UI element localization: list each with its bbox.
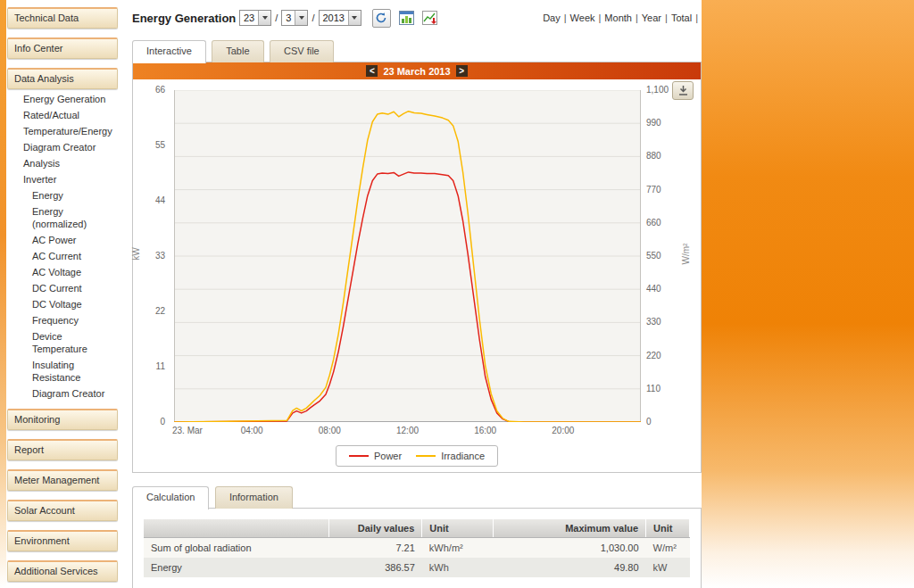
- right-background-gradient: [702, 0, 914, 588]
- download-icon: [677, 85, 689, 96]
- chevron-down-icon: [348, 11, 361, 25]
- calculation-panel: Daily values Unit Maximum value Unit Sum…: [132, 508, 702, 588]
- header-daily-values: Daily values: [329, 519, 422, 538]
- sidebar-item-meter-management[interactable]: Meter Management: [7, 469, 118, 491]
- period-link-week[interactable]: Week: [570, 12, 595, 23]
- period-link-year[interactable]: Year: [642, 12, 661, 23]
- date-separator: /: [312, 12, 314, 23]
- sidebar-link-inverter-dc-voltage[interactable]: DC Voltage: [7, 296, 118, 312]
- x-axis-tick-label: 04:00: [230, 426, 273, 435]
- table-row: Sum of global radiation 7.21 kWh/m² 1,03…: [144, 538, 690, 559]
- sidebar-item-monitoring[interactable]: Monitoring: [7, 409, 118, 430]
- tab-csv-file[interactable]: CSV file: [270, 40, 334, 62]
- year-select[interactable]: 2013: [319, 10, 361, 26]
- x-axis-tick-label: 12:00: [386, 426, 429, 435]
- download-chart-button[interactable]: [672, 81, 694, 100]
- day-select[interactable]: 23: [239, 10, 271, 26]
- sidebar-item-technical-data[interactable]: Technical Data: [7, 7, 118, 29]
- sidebar-item-environment[interactable]: Environment: [7, 530, 118, 551]
- period-link-total[interactable]: Total: [671, 12, 692, 23]
- sidebar-link-inverter[interactable]: Inverter: [7, 171, 118, 187]
- year-select-value: 2013: [320, 12, 348, 23]
- axis-tick-label: 440: [646, 284, 661, 294]
- x-axis-tick-label: 08:00: [308, 426, 351, 435]
- refresh-button[interactable]: [372, 9, 391, 28]
- sidebar-link-inverter-frequency[interactable]: Frequency: [7, 312, 118, 328]
- sidebar-link-inverter-dc-current[interactable]: DC Current: [7, 280, 118, 296]
- sidebar-item-info-center[interactable]: Info Center: [7, 37, 118, 59]
- result-tabbar: Calculation Information: [132, 485, 702, 508]
- sidebar-link-temperature-energy[interactable]: Temperature/Energy: [7, 123, 118, 139]
- axis-tick-label: 990: [646, 118, 661, 128]
- month-select[interactable]: 3: [281, 10, 308, 26]
- sidebar-link-inverter-ac-power[interactable]: AC Power: [7, 232, 118, 248]
- header-maximum-value: Maximum value: [493, 519, 645, 538]
- legend-item-irradiance: Irradiance: [416, 451, 485, 461]
- period-link-month[interactable]: Month: [604, 12, 632, 23]
- bottom-section: Calculation Information Daily values Uni…: [132, 485, 702, 588]
- row-label: Energy: [144, 558, 329, 577]
- sidebar-link-rated-actual[interactable]: Rated/Actual: [7, 107, 118, 123]
- chart-svg: [174, 90, 641, 422]
- sidebar-item-additional-services[interactable]: Additional Services: [7, 560, 118, 582]
- legend-label: Irradiance: [441, 451, 485, 461]
- axis-tick-label: 66: [155, 85, 165, 95]
- tab-information[interactable]: Information: [215, 486, 293, 509]
- axis-tick-label: 0: [646, 417, 652, 427]
- page-header: Energy Generation 23 / 3 / 2013: [132, 7, 702, 29]
- period-link-day[interactable]: Day: [543, 12, 561, 23]
- header-unit-max: Unit: [646, 519, 690, 538]
- axis-tick-label: 550: [646, 251, 661, 261]
- period-separator: |: [599, 12, 602, 23]
- axis-tick-label: 220: [646, 351, 661, 361]
- sidebar-link-inverter-device-temperature[interactable]: Device Temperature: [7, 328, 118, 357]
- save-chart-icon[interactable]: [422, 11, 437, 25]
- legend-row: PowerIrradiance: [133, 440, 701, 472]
- x-axis-tick-label: 20:00: [542, 426, 585, 435]
- sidebar-link-inverter-ac-current[interactable]: AC Current: [7, 248, 118, 264]
- max-value: 1,030.00: [493, 538, 645, 559]
- previous-day-button[interactable]: <: [366, 65, 378, 77]
- sidebar-link-inverter-ac-voltage[interactable]: AC Voltage: [7, 264, 118, 280]
- sidebar-link-energy-generation[interactable]: Energy Generation: [7, 91, 118, 107]
- right-axis-unit-label: W/m²: [681, 244, 691, 265]
- period-separator: |: [636, 12, 638, 23]
- max-value: 49.80: [493, 558, 645, 577]
- period-separator: |: [564, 12, 567, 23]
- axis-tick-label: 660: [646, 218, 661, 228]
- left-axis-tick-labels: 0112233445566: [133, 90, 169, 422]
- daily-unit: kWh: [422, 558, 493, 577]
- sidebar-link-inverter-energy[interactable]: Energy: [7, 187, 118, 203]
- sidebar-link-diagram-creator[interactable]: Diagram Creator: [7, 139, 118, 155]
- sidebar-link-inverter-diagram-creator[interactable]: Diagram Creator: [7, 385, 118, 402]
- sidebar-link-inverter-insulating-resistance[interactable]: Insulating Resistance: [7, 357, 118, 385]
- x-axis-tick-label: 23. Mar: [172, 426, 215, 435]
- sidebar-item-solar-account[interactable]: Solar Account: [7, 500, 118, 521]
- sidebar-link-inverter-energy-normalized[interactable]: Energy (normalized): [7, 203, 118, 232]
- next-day-button[interactable]: >: [456, 65, 468, 77]
- sidebar: Technical Data Info Center Data Analysis…: [7, 7, 118, 588]
- calculation-table: Daily values Unit Maximum value Unit Sum…: [144, 519, 690, 577]
- month-select-value: 3: [282, 12, 295, 23]
- sidebar-item-report[interactable]: Report: [7, 439, 118, 460]
- axis-tick-label: 770: [646, 185, 661, 195]
- sidebar-link-analysis[interactable]: Analysis: [7, 155, 118, 171]
- tab-table[interactable]: Table: [212, 40, 263, 62]
- chart-canvas: kW 0112233445566 01102203304405506607708…: [133, 79, 701, 440]
- view-tabbar: Interactive Table CSV file: [132, 39, 702, 62]
- chevron-down-icon: [295, 11, 307, 25]
- x-axis-tick-labels: 23. Mar04:0008:0012:0016:0020:00: [174, 426, 641, 437]
- day-select-value: 23: [240, 12, 258, 23]
- axis-tick-label: 330: [646, 317, 661, 327]
- daily-value: 7.21: [329, 538, 422, 559]
- tab-interactive[interactable]: Interactive: [132, 40, 206, 63]
- chart-view-icon[interactable]: [399, 11, 414, 25]
- axis-tick-label: 0: [160, 417, 165, 427]
- header-empty: [144, 519, 329, 538]
- tab-calculation[interactable]: Calculation: [132, 486, 209, 509]
- table-row: Energy 386.57 kWh 49.80 kW: [144, 558, 690, 577]
- series-power: [174, 172, 641, 422]
- sidebar-item-data-analysis[interactable]: Data Analysis: [7, 68, 118, 89]
- plot-area: [174, 90, 641, 422]
- axis-tick-label: 110: [646, 384, 661, 394]
